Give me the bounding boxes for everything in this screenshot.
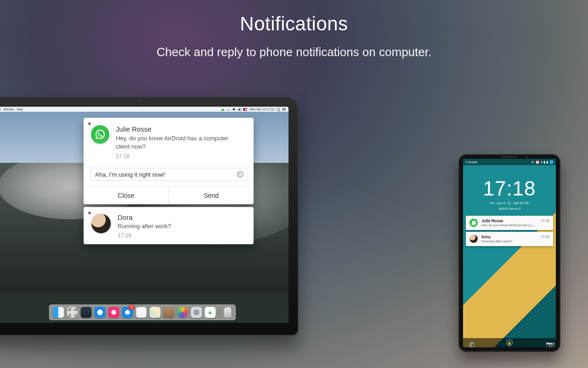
phone-notif-sender: Julie Rosse bbox=[481, 218, 537, 223]
close-button[interactable]: Close bbox=[84, 187, 169, 204]
battery-icon: ▭ bbox=[227, 108, 230, 111]
clear-input-icon[interactable]: ✕ bbox=[237, 171, 244, 178]
phone-notification-card[interactable]: Julie Rosse Hey do you know AirDroid has… bbox=[466, 216, 553, 230]
finder-icon[interactable] bbox=[53, 307, 64, 318]
page-subtitle: Check and reply to phone notifications o… bbox=[0, 45, 588, 59]
notification-center-icon[interactable] bbox=[282, 108, 286, 111]
flag-icon bbox=[243, 108, 247, 111]
launchpad-icon[interactable] bbox=[67, 307, 78, 318]
notification-status-dot bbox=[88, 122, 91, 125]
notification-sender: Julie Rosse bbox=[116, 125, 240, 133]
alarm-icon bbox=[508, 201, 511, 205]
wifi-icon: ▾ bbox=[541, 160, 543, 164]
send-button[interactable]: Send bbox=[169, 187, 254, 204]
avatar bbox=[91, 213, 111, 234]
phone-screen: T-Mobile ∗ ⏰ ▾ ▮ ▮ 17:18 Fri, Jun 5 Sat … bbox=[463, 159, 556, 347]
mac-menubar: it Window Help ▭ ⚉ ◀) Wed Nov 19 17:18 bbox=[0, 107, 288, 112]
contacts-icon[interactable] bbox=[164, 307, 175, 318]
bluetooth-icon: ∗ bbox=[531, 160, 534, 164]
device-name: Jabin's Nexus 6 bbox=[463, 207, 556, 210]
reply-input-text: Aha, I'm using it right now! bbox=[95, 171, 165, 178]
carrier-label: T-Mobile bbox=[465, 161, 478, 164]
phone-notification-card[interactable]: Dora Running after work? 17:18 bbox=[466, 232, 553, 246]
lockscreen-date: Fri, Jun 5 bbox=[490, 201, 505, 205]
phone-notif-sender: Dora bbox=[481, 235, 537, 239]
phone-notif-message: Running after work? bbox=[481, 239, 537, 243]
spotlight-search-icon[interactable] bbox=[277, 108, 280, 111]
avatar bbox=[469, 235, 478, 243]
phone-notif-time: 17:18 bbox=[541, 235, 549, 239]
notification-message: Hey, do you know AirDroid has a computer… bbox=[116, 134, 240, 150]
signal-icon: ▮ bbox=[543, 160, 545, 164]
menu-item[interactable]: Window bbox=[3, 108, 14, 111]
lockscreen-alarm-time: Sat 07:25 bbox=[513, 201, 529, 205]
laptop-mockup: it Window Help ▭ ⚉ ◀) Wed Nov 19 17:18 bbox=[0, 97, 299, 336]
page-title: Notifications bbox=[0, 13, 588, 35]
laptop-screen: it Window Help ▭ ⚉ ◀) Wed Nov 19 17:18 bbox=[0, 107, 288, 323]
volume-icon: ◀) bbox=[237, 108, 241, 111]
menu-item[interactable]: Help bbox=[17, 108, 23, 111]
notification-card: Dora Running after work? 17:18 bbox=[84, 207, 254, 244]
airdroid-tray-icon[interactable] bbox=[221, 108, 225, 111]
notification-sender: Dora bbox=[118, 213, 171, 221]
airdroid-icon[interactable] bbox=[205, 307, 216, 318]
notification-time: 17:18 bbox=[118, 232, 171, 239]
photos-icon[interactable] bbox=[177, 307, 188, 318]
camera-icon[interactable]: 📷 bbox=[546, 340, 550, 345]
itunes-icon[interactable] bbox=[108, 307, 119, 318]
phone-icon[interactable]: ✆ bbox=[469, 340, 473, 345]
reply-input[interactable]: Aha, I'm using it right now! ✕ bbox=[90, 168, 247, 181]
whatsapp-icon bbox=[91, 125, 109, 144]
phone-navbar: ✆ 🔒 📷 bbox=[463, 338, 556, 347]
phone-mockup: T-Mobile ∗ ⏰ ▾ ▮ ▮ 17:18 Fri, Jun 5 Sat … bbox=[458, 154, 560, 352]
alarm-icon: ⏰ bbox=[535, 160, 540, 164]
maps-icon[interactable] bbox=[150, 307, 161, 318]
whatsapp-icon bbox=[469, 218, 478, 227]
pages-icon[interactable] bbox=[136, 307, 147, 318]
user-icon bbox=[549, 160, 554, 164]
menubar-clock: Wed Nov 19 17:18 bbox=[249, 108, 274, 111]
trash-icon[interactable] bbox=[224, 308, 232, 318]
menu-item[interactable]: it bbox=[0, 108, 0, 111]
mission-control-icon[interactable] bbox=[81, 307, 92, 318]
notification-card: Julie Rosse Hey, do you know AirDroid ha… bbox=[84, 118, 254, 204]
notification-status-dot bbox=[88, 212, 91, 214]
safari-icon[interactable] bbox=[95, 307, 106, 318]
battery-icon: ▮ bbox=[546, 160, 548, 164]
app-store-icon[interactable] bbox=[122, 307, 133, 318]
phone-statusbar: T-Mobile ∗ ⏰ ▾ ▮ ▮ bbox=[463, 159, 556, 165]
lock-icon[interactable]: 🔒 bbox=[506, 339, 513, 346]
laptop-camera bbox=[141, 101, 144, 104]
settings-icon[interactable] bbox=[191, 307, 202, 318]
wifi-icon: ⚉ bbox=[232, 108, 235, 111]
lockscreen-clock: 17:18 bbox=[463, 177, 556, 200]
notification-message: Running after work? bbox=[118, 223, 171, 230]
mac-dock bbox=[49, 305, 236, 320]
phone-notif-time: 17:18 bbox=[541, 218, 549, 223]
notification-time: 17:18 bbox=[116, 153, 240, 160]
phone-notif-message: Hey do you know AirDroid has a comp... bbox=[481, 223, 537, 227]
